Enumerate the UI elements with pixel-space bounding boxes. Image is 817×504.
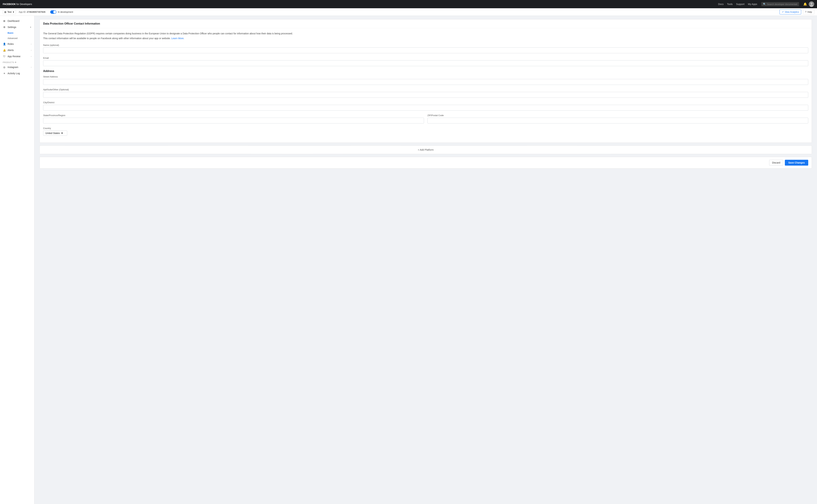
dashboard-icon: ⊞ [3,20,6,22]
street-input[interactable] [43,79,808,85]
country-group: Country United States ▼ [43,127,808,136]
name-field-group: Name (optional) [43,44,808,53]
products-section-label: PRODUCTS ⊕ [0,59,34,64]
tools-link[interactable]: Tools [727,3,733,5]
sidebar: ⊞ Dashboard ⚙ Settings ▼ Basic Advanced … [0,16,34,504]
state-zip-row: State/Province/Region ZIP/Postal Code [43,114,808,127]
name-label: Name (optional) [43,44,808,46]
sidebar-item-instagram[interactable]: ◎ Instagram › [0,64,34,70]
city-label: City/District [43,101,808,104]
top-nav-icons: 🔔 [803,1,814,7]
card-header: Data Protection Officer Contact Informat… [40,19,812,28]
state-input[interactable] [43,118,424,124]
add-products-icon[interactable]: ⊕ [15,61,16,63]
top-nav: FACEBOOK for Developers Docs Tools Suppo… [0,0,817,8]
notifications-icon[interactable]: 🔔 [803,2,807,6]
app-review-icon: 🛡 [3,55,6,58]
roles-chevron: › [31,43,31,45]
save-changes-button[interactable]: Save Changes [785,160,808,166]
footer-bar: Discard Save Changes [40,157,812,169]
sidebar-item-settings[interactable]: ⚙ Settings ▼ [0,24,34,30]
docs-link[interactable]: Docs [718,3,724,5]
zip-group: ZIP/Postal Code [427,114,808,124]
zip-input[interactable] [427,118,808,124]
email-field-group: Email [43,57,808,66]
analytics-icon: ↗ [782,11,784,13]
app-selector[interactable]: ⊞ Test ▼ [3,10,16,14]
settings-icon: ⚙ [3,26,6,29]
roles-icon: 👤 [3,43,6,45]
svg-point-1 [810,3,813,5]
apt-label: Apt/Suite/Other (Optional) [43,88,808,91]
street-address-group: Street Address [43,75,808,85]
svg-point-2 [810,5,813,7]
sub-nav: ⊞ Test ▼ App ID: 274628007307826 In deve… [0,8,817,16]
discard-button[interactable]: Discard [769,160,783,166]
my-apps-link[interactable]: My Apps [748,3,757,5]
card-body: The General Data Protection Regulation (… [40,28,812,143]
add-platform-button[interactable]: + Add Platform [40,145,812,154]
search-input[interactable] [767,3,797,5]
street-label: Street Address [43,75,808,78]
country-select[interactable]: United States ▼ [43,131,67,136]
email-input[interactable] [43,60,808,66]
sidebar-item-basic[interactable]: Basic [0,30,34,36]
data-protection-card: Data Protection Officer Contact Informat… [40,19,812,143]
city-input[interactable] [43,105,808,111]
dev-status-toggle[interactable] [50,10,56,14]
learn-more-link[interactable]: Learn More. [171,37,184,40]
dev-toggle: In development [50,10,73,14]
app-id: App ID: 274628007307826 [19,11,45,13]
app-name: Test [7,11,12,13]
sidebar-item-dashboard[interactable]: ⊞ Dashboard [0,18,34,24]
country-chevron-icon: ▼ [61,132,63,135]
search-box: 🔍 [761,2,799,6]
name-input[interactable] [43,47,808,53]
search-icon: 🔍 [763,3,766,5]
activity-log-icon: ≡ [3,72,6,75]
sidebar-item-app-review[interactable]: 🛡 App Review › [0,53,34,59]
city-group: City/District [43,101,808,111]
brand-logo: FACEBOOK for Developers [3,3,32,6]
country-value: United States [45,132,60,135]
help-icon: ? [805,11,806,13]
address-section-title: Address [43,70,808,73]
gdpr-description: The General Data Protection Regulation (… [43,32,808,40]
apt-suite-group: Apt/Suite/Other (Optional) [43,88,808,98]
sub-nav-right: ↗ View Analytics ? Help [780,9,814,14]
alerts-chevron: › [31,49,31,51]
app-dropdown-icon: ▼ [13,11,14,13]
country-label: Country [43,127,808,130]
settings-chevron: ▼ [30,26,31,28]
avatar[interactable] [809,1,814,7]
help-button[interactable]: ? Help [803,9,814,14]
dev-status-label: In development [58,11,73,13]
top-nav-links: Docs Tools Support My Apps [718,3,757,5]
sidebar-item-activity-log[interactable]: ≡ Activity Log [0,70,34,76]
alerts-icon: 🔔 [3,49,6,52]
state-group: State/Province/Region [43,114,424,124]
instagram-chevron: › [31,66,31,68]
email-label: Email [43,57,808,59]
sidebar-item-roles[interactable]: 👤 Roles › [0,41,34,47]
main-area: Data Protection Officer Contact Informat… [34,16,817,504]
layout: ⊞ Dashboard ⚙ Settings ▼ Basic Advanced … [0,16,817,504]
card-title: Data Protection Officer Contact Informat… [43,22,808,25]
state-label: State/Province/Region [43,114,424,117]
zip-label: ZIP/Postal Code [427,114,808,117]
instagram-icon: ◎ [3,66,6,69]
apt-input[interactable] [43,92,808,98]
support-link[interactable]: Support [736,3,745,5]
app-review-chevron: › [31,55,31,57]
sidebar-item-alerts[interactable]: 🔔 Alerts › [0,47,34,53]
view-analytics-button[interactable]: ↗ View Analytics [780,9,801,14]
sidebar-item-advanced[interactable]: Advanced [0,36,34,41]
